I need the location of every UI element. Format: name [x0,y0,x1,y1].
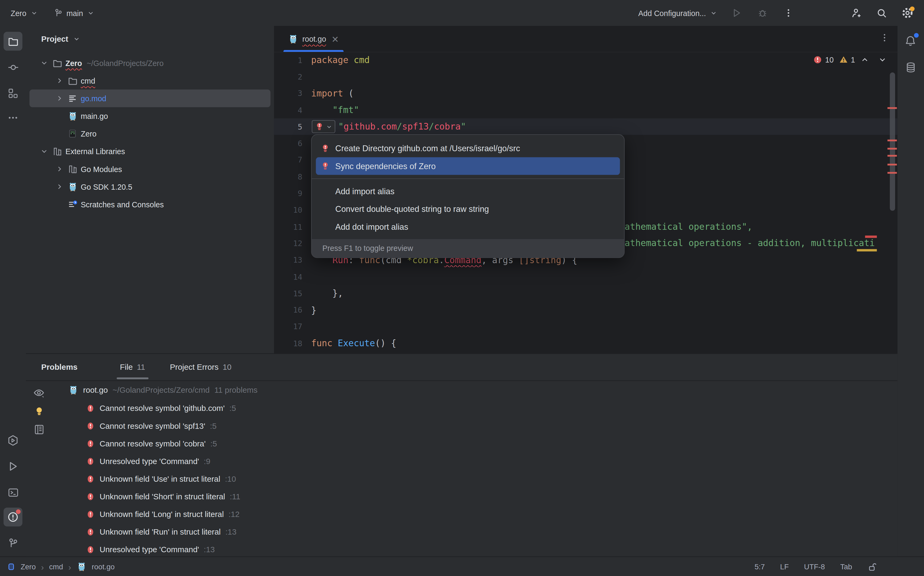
project-switcher[interactable]: Zero [11,8,38,18]
code-line-17[interactable]: 17 [274,318,898,335]
code-line-16[interactable]: 16} [274,302,898,318]
more-actions-button[interactable] [781,6,796,20]
commit-tool-button[interactable] [3,58,22,77]
code-line-14[interactable]: 14 [274,269,898,285]
caret-position[interactable]: 5:7 [754,563,765,571]
tree-item-main-go[interactable]: main.go [29,107,270,125]
chevron-down-icon[interactable] [38,59,51,67]
main-toolbar: Zero main Add Configuration... [0,0,924,26]
code-line-15[interactable]: 15 }, [274,285,898,302]
error-stripe-mark[interactable] [887,148,897,150]
preview-icon[interactable] [34,424,45,435]
tree-item-go-mod[interactable]: go.mod [29,90,270,107]
breadcrumb-file[interactable]: root.go [92,563,115,571]
lightbulb-icon[interactable] [34,406,44,416]
problem-item[interactable]: Cannot resolve symbol 'cobra':5 [52,435,898,452]
error-stripe-mark[interactable] [887,107,897,109]
code-line-3[interactable]: 3import ( [274,85,898,102]
settings-button[interactable] [900,6,914,20]
previous-problem-icon[interactable] [860,55,869,64]
tab-file[interactable]: File11 [114,354,151,381]
debug-button[interactable] [756,6,770,20]
add-user-button[interactable] [849,6,863,20]
vcs-branch-widget[interactable]: main [53,8,95,18]
goland-window: Zero main Add Configuration... [0,0,924,576]
more-tool-windows-button[interactable] [3,109,22,128]
code-line-5[interactable]: 5"github.com/spf13/cobra" [274,118,898,135]
lock-open-icon[interactable] [867,562,877,571]
problems-file-group[interactable]: root.go ~/GolandProjects/Zero/cmd 11 pro… [52,381,898,399]
chevron-right-icon[interactable] [53,94,66,102]
tab-options-icon[interactable] [880,33,889,42]
next-problem-icon[interactable] [878,55,887,64]
file-encoding[interactable]: UTF-8 [804,563,825,571]
tree-item-scratches-and-consoles[interactable]: Scratches and Consoles [29,195,270,213]
gopher-icon [288,34,298,44]
problems-toolbar [26,387,52,435]
breadcrumb-dir[interactable]: cmd [49,563,63,571]
error-stripe-mark[interactable] [887,172,897,174]
error-stripe-mark[interactable] [887,164,897,166]
chevron-down-icon[interactable] [38,147,51,155]
run-configurations-select[interactable]: Add Configuration... [638,8,718,18]
code-line-1[interactable]: 1package cmd [274,52,898,69]
problem-item[interactable]: Unknown field 'Run' in struct literal:13 [52,523,898,541]
gopher-icon [66,182,79,192]
tree-item-zero[interactable]: Zero~/GolandProjects/Zero [29,54,270,72]
notifications-tool-button[interactable] [901,32,920,51]
problem-item[interactable]: Unknown field 'Long' in struct literal:1… [52,505,898,523]
popup-item-create-directory-github-com-at[interactable]: Create Directory github.com at /Users/is… [316,139,620,157]
problem-item[interactable]: Cannot resolve symbol 'spf13':5 [52,417,898,434]
right-tool-strip [898,26,924,557]
tree-item-external-libraries[interactable]: External Libraries [29,142,270,160]
inspections-widget[interactable]: 10 1 [813,55,887,64]
popup-item-add-import-alias[interactable]: Add import alias [316,182,620,200]
search-everywhere-button[interactable] [874,6,889,20]
indent-style[interactable]: Tab [840,563,852,571]
problem-item[interactable]: Unknown field 'Short' in struct literal:… [52,488,898,505]
terminal-tool-button[interactable] [3,483,22,502]
services-tool-button[interactable] [3,431,22,450]
chevron-right-icon[interactable] [53,77,66,85]
project-panel-header[interactable]: Project [26,26,274,52]
problem-item[interactable]: Unknown field 'Use' in struct literal:10 [52,470,898,488]
popup-item-add-dot-import-alias[interactable]: Add dot import alias [316,218,620,236]
error-icon [86,492,95,501]
problems-tool-button[interactable] [3,507,22,526]
editor-scrollbar[interactable] [890,72,895,211]
editor-tab-root-go[interactable]: root.go✕ [280,26,347,52]
popup-item-convert-double-quoted-string-t[interactable]: Convert double-quoted string to raw stri… [316,200,620,218]
line-separator[interactable]: LF [780,563,789,571]
tab-project-errors[interactable]: Project Errors10 [164,354,237,381]
problem-item[interactable]: Unresolved type 'Command':9 [52,452,898,470]
editor-area: main.goroot.go✕ 10 1 1package cmd23impor… [274,26,898,353]
tree-item-zero[interactable]: Zero [29,125,270,142]
database-tool-button[interactable] [901,58,920,77]
chevron-right-icon[interactable] [53,182,66,191]
error-icon [86,439,95,448]
code-line-18[interactable]: 18func Execute() { [274,335,898,352]
go-file-icon [69,385,79,395]
tree-item-cmd[interactable]: cmd [29,72,270,90]
eye-icon[interactable] [33,387,45,398]
breadcrumb-project[interactable]: Zero [21,563,36,571]
chevron-right-icon[interactable] [53,165,66,173]
tree-item-go-sdk-1-20-5[interactable]: Go SDK 1.20.5 [29,178,270,195]
error-stripe-mark[interactable] [887,139,897,141]
problem-item[interactable]: Cannot resolve symbol 'github.com':5 [52,399,898,417]
tree-item-go-modules-zero-[interactable]: Go Modules [29,160,270,178]
line-number: 12 [274,239,311,248]
popup-item-sync-dependencies-of-zero[interactable]: Sync dependencies of Zero [316,157,620,175]
run-tool-button[interactable] [3,457,22,476]
code-line-2[interactable]: 2 [274,69,898,85]
structure-tool-button[interactable] [3,84,22,102]
error-stripe-mark[interactable] [887,155,897,157]
code-line-4[interactable]: 4 "fmt" [274,102,898,118]
git-tool-button[interactable] [3,533,22,552]
intention-actions-popup: Create Directory github.com at /Users/is… [311,134,625,258]
project-tool-button[interactable] [3,32,22,51]
close-tab-icon[interactable]: ✕ [332,34,339,45]
run-button[interactable] [730,6,744,20]
problem-item[interactable]: Unresolved type 'Command':13 [52,541,898,557]
intention-bulb-button[interactable] [312,120,335,133]
